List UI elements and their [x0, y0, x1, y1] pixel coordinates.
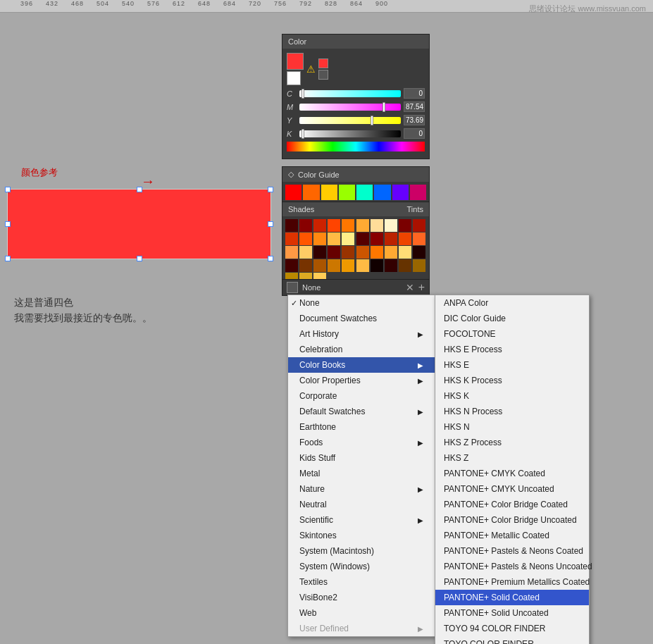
shade-cell-22[interactable]: [313, 246, 326, 259]
shade-cell-0[interactable]: [285, 219, 298, 232]
shade-cell-8[interactable]: [399, 219, 411, 232]
guide-swatch-3[interactable]: [339, 185, 355, 200]
shade-cell-15[interactable]: [356, 233, 369, 245]
menu-item-default-swatches[interactable]: Default Swatches▶: [288, 404, 435, 419]
shade-cell-13[interactable]: [328, 233, 340, 245]
menu-item-color-books[interactable]: Color Books▶: [288, 357, 435, 373]
spectrum-bar[interactable]: [287, 142, 425, 151]
shade-cell-36[interactable]: [371, 259, 383, 272]
shade-cell-1[interactable]: [299, 219, 312, 232]
shade-cell-16[interactable]: [371, 233, 383, 245]
colorbook-item-pantone-cmyk-coated[interactable]: PANTONE+ CMYK Coated: [435, 466, 589, 481]
colorbook-item-pantone-metallic-coated[interactable]: PANTONE+ Metallic Coated: [435, 528, 589, 543]
shade-cell-37[interactable]: [385, 259, 397, 272]
small-swatch-bg[interactable]: [318, 70, 328, 80]
thumb-m[interactable]: [383, 102, 385, 112]
menu-item-foods[interactable]: Foods▶: [288, 435, 435, 450]
shade-cell-23[interactable]: [328, 246, 340, 259]
colorbook-item-pantone-solid-uncoated[interactable]: PANTONE+ Solid Uncoated: [435, 605, 589, 621]
small-swatch-fg[interactable]: [318, 58, 328, 68]
shade-cell-7[interactable]: [385, 219, 397, 232]
colorbook-item-pantone-color-bridge-coated[interactable]: PANTONE+ Color Bridge Coated: [435, 497, 589, 512]
shade-cell-12[interactable]: [313, 233, 326, 245]
guide-swatch-2[interactable]: [321, 185, 337, 200]
menu-item-nature[interactable]: Nature▶: [288, 481, 435, 497]
colorbook-item-hks-e-process[interactable]: HKS E Process: [435, 342, 589, 357]
colorbook-item-pantone-pastels--neons-uncoated[interactable]: PANTONE+ Pastels & Neons Uncoated: [435, 559, 589, 574]
menu-item-metal[interactable]: Metal: [288, 466, 435, 481]
slider-y[interactable]: [299, 117, 401, 124]
shade-cell-39[interactable]: [413, 259, 425, 272]
shade-cell-2[interactable]: [313, 219, 326, 232]
shade-cell-21[interactable]: [299, 246, 312, 259]
shade-cell-10[interactable]: [285, 233, 298, 245]
menu-item-corporate[interactable]: Corporate: [288, 388, 435, 404]
shade-cell-14[interactable]: [342, 233, 354, 245]
guide-swatch-6[interactable]: [392, 185, 409, 200]
colorbook-item-dic-color-guide[interactable]: DIC Color Guide: [435, 311, 589, 326]
colorbook-item-pantone-solid-coated[interactable]: PANTONE+ Solid Coated: [435, 590, 589, 605]
colorbook-item-toyo-color-finder[interactable]: TOYO COLOR FINDER: [435, 636, 589, 644]
shade-cell-5[interactable]: [356, 219, 369, 232]
shade-cell-32[interactable]: [313, 259, 326, 272]
shade-cell-28[interactable]: [399, 246, 411, 259]
colorbook-item-pantone-cmyk-uncoated[interactable]: PANTONE+ CMYK Uncoated: [435, 481, 589, 497]
guide-swatch-4[interactable]: [356, 185, 373, 200]
shade-cell-34[interactable]: [342, 259, 354, 272]
colorbook-item-hks-k[interactable]: HKS K: [435, 388, 589, 404]
shade-cell-6[interactable]: [371, 219, 383, 232]
menu-item-color-properties[interactable]: Color Properties▶: [288, 373, 435, 388]
main-swatch[interactable]: [287, 53, 304, 70]
thumb-y[interactable]: [371, 116, 373, 125]
shade-cell-20[interactable]: [285, 246, 298, 259]
colorbook-item-hks-n[interactable]: HKS N: [435, 419, 589, 435]
menu-item-system-(windows)[interactable]: System (Windows): [288, 559, 435, 574]
shade-cell-38[interactable]: [399, 259, 411, 272]
guide-swatch-1[interactable]: [303, 185, 319, 200]
menu-item-celebration[interactable]: Celebration: [288, 342, 435, 357]
shade-cell-25[interactable]: [356, 246, 369, 259]
sub-swatch[interactable]: [287, 71, 301, 85]
menu-item-neutral[interactable]: Neutral: [288, 497, 435, 512]
menu-item-kids-stuff[interactable]: Kids Stuff: [288, 450, 435, 466]
shade-cell-24[interactable]: [342, 246, 354, 259]
guide-swatch-7[interactable]: [410, 185, 426, 200]
slider-k[interactable]: [299, 130, 401, 137]
menu-item-textiles[interactable]: Textiles: [288, 574, 435, 590]
shade-cell-29[interactable]: [413, 246, 425, 259]
none-bar-close[interactable]: ✕: [406, 282, 414, 293]
shade-cell-35[interactable]: [356, 259, 369, 272]
colorbook-item-pantone-premium-metallics-coated[interactable]: PANTONE+ Premium Metallics Coated: [435, 574, 589, 590]
thumb-k[interactable]: [301, 129, 304, 139]
shade-cell-17[interactable]: [385, 233, 397, 245]
colorbook-item-hks-z[interactable]: HKS Z: [435, 450, 589, 466]
slider-m[interactable]: [299, 104, 401, 111]
menu-item-earthtone[interactable]: Earthtone: [288, 419, 435, 435]
colorbook-item-anpa-color[interactable]: ANPA Color: [435, 295, 589, 311]
menu-item-art-history[interactable]: Art History▶: [288, 326, 435, 342]
menu-item-skintones[interactable]: Skintones: [288, 528, 435, 543]
colorbook-item-pantone-color-bridge-uncoated[interactable]: PANTONE+ Color Bridge Uncoated: [435, 512, 589, 528]
shade-cell-19[interactable]: [413, 233, 425, 245]
thumb-c[interactable]: [301, 89, 304, 99]
shade-cell-33[interactable]: [328, 259, 340, 272]
shade-cell-9[interactable]: [413, 219, 425, 232]
guide-swatch-0[interactable]: [285, 185, 301, 200]
menu-item-document-swatches[interactable]: Document Swatches: [288, 311, 435, 326]
shade-cell-27[interactable]: [385, 246, 397, 259]
menu-item-visibone2[interactable]: VisiBone2: [288, 590, 435, 605]
slider-c[interactable]: [299, 90, 401, 97]
shade-cell-3[interactable]: [328, 219, 340, 232]
menu-item-none[interactable]: None: [288, 295, 435, 311]
guide-swatch-5[interactable]: [374, 185, 390, 200]
shade-cell-30[interactable]: [285, 259, 298, 272]
none-bar-add[interactable]: +: [418, 281, 425, 294]
shade-cell-4[interactable]: [342, 219, 354, 232]
menu-item-web[interactable]: Web: [288, 605, 435, 621]
colorbook-item-hks-k-process[interactable]: HKS K Process: [435, 373, 589, 388]
colorbook-item-pantone-pastels--neons-coated[interactable]: PANTONE+ Pastels & Neons Coated: [435, 543, 589, 559]
colorbook-item-hks-e[interactable]: HKS E: [435, 357, 589, 373]
colorbook-item-toyo-94-color-finder[interactable]: TOYO 94 COLOR FINDER: [435, 621, 589, 636]
colorbook-item-focoltone[interactable]: FOCOLTONE: [435, 326, 589, 342]
shade-cell-18[interactable]: [399, 233, 411, 245]
